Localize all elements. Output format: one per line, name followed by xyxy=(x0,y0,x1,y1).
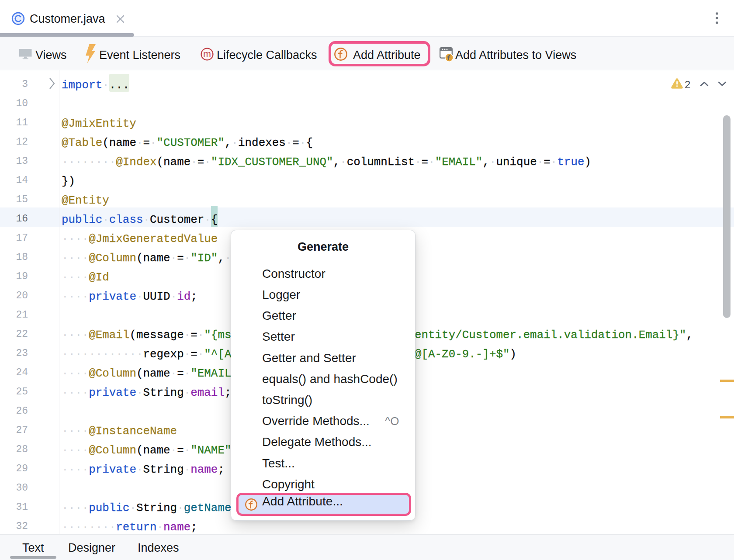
svg-text:m: m xyxy=(203,49,211,59)
